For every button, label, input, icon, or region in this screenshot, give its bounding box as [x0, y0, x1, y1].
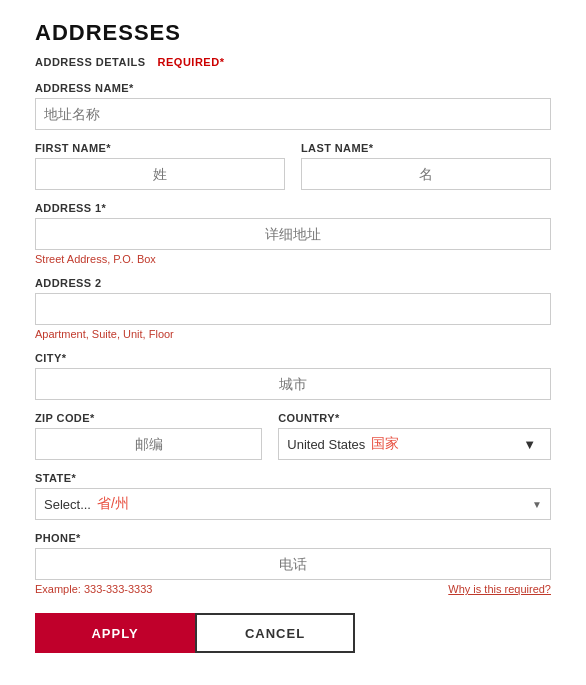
address1-hint: Street Address, P.O. Box: [35, 253, 551, 265]
phone-label: PHONE*: [35, 532, 551, 544]
last-name-group: LAST NAME*: [301, 142, 551, 190]
state-group: STATE* Select... 省/州 ▼: [35, 472, 551, 520]
section-header: ADDRESS DETAILS REQUIRED*: [35, 56, 551, 68]
buttons-row: APPLY CANCEL: [35, 613, 551, 653]
apply-button[interactable]: APPLY: [35, 613, 195, 653]
country-group: COUNTRY* United States 国家 ▼: [278, 412, 551, 460]
address1-group: ADDRESS 1* Street Address, P.O. Box: [35, 202, 551, 265]
phone-input[interactable]: [35, 548, 551, 580]
address1-label: ADDRESS 1*: [35, 202, 551, 214]
last-name-input[interactable]: [301, 158, 551, 190]
city-group: CITY*: [35, 352, 551, 400]
country-label: COUNTRY*: [278, 412, 551, 424]
country-placeholder: 国家: [371, 435, 536, 453]
state-select-wrapper[interactable]: Select... 省/州 ▼: [35, 488, 551, 520]
zip-input[interactable]: [35, 428, 262, 460]
address2-label: ADDRESS 2: [35, 277, 551, 289]
last-name-label: LAST NAME*: [301, 142, 551, 154]
state-arrow-icon: ▼: [532, 499, 542, 510]
zip-group: ZIP CODE*: [35, 412, 262, 460]
first-name-label: FIRST NAME*: [35, 142, 285, 154]
required-label: REQUIRED*: [158, 56, 225, 68]
state-placeholder: 省/州: [97, 495, 532, 513]
country-select-wrapper[interactable]: United States 国家 ▼: [278, 428, 551, 460]
address2-group: ADDRESS 2 Apartment, Suite, Unit, Floor: [35, 277, 551, 340]
state-label: STATE*: [35, 472, 551, 484]
phone-hint: Example: 333-333-3333: [35, 583, 152, 595]
country-arrow-icon: ▼: [523, 437, 536, 452]
city-label: CITY*: [35, 352, 551, 364]
address-name-label: ADDRESS NAME*: [35, 82, 551, 94]
zip-label: ZIP CODE*: [35, 412, 262, 424]
first-name-input[interactable]: [35, 158, 285, 190]
country-default-text: United States: [287, 437, 365, 452]
phone-group: PHONE* Example: 333-333-3333 Why is this…: [35, 532, 551, 595]
state-default-text: Select...: [44, 497, 91, 512]
address-name-group: ADDRESS NAME*: [35, 82, 551, 130]
cancel-button[interactable]: CANCEL: [195, 613, 355, 653]
why-required-link[interactable]: Why is this required?: [448, 583, 551, 595]
page-title: ADDRESSES: [35, 20, 551, 46]
address2-hint: Apartment, Suite, Unit, Floor: [35, 328, 551, 340]
city-input[interactable]: [35, 368, 551, 400]
first-name-group: FIRST NAME*: [35, 142, 285, 190]
section-label: ADDRESS DETAILS: [35, 56, 146, 68]
address1-input[interactable]: [35, 218, 551, 250]
zip-country-row: ZIP CODE* COUNTRY* United States 国家 ▼: [35, 412, 551, 460]
address-name-input[interactable]: [35, 98, 551, 130]
address2-input[interactable]: [35, 293, 551, 325]
phone-hints-row: Example: 333-333-3333 Why is this requir…: [35, 583, 551, 595]
name-row: FIRST NAME* LAST NAME*: [35, 142, 551, 190]
